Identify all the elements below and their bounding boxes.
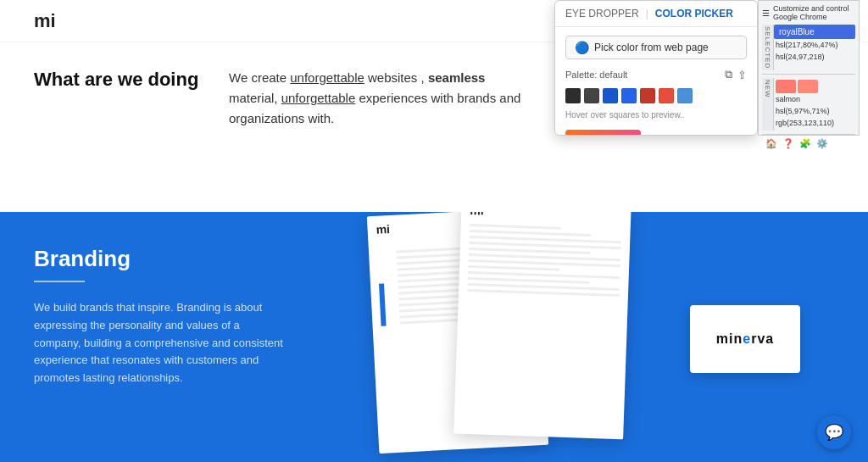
palette-label: Palette: default [565, 70, 627, 80]
doc-lines-2 [459, 224, 631, 298]
swatch-blue3[interactable] [677, 88, 693, 103]
pick-color-label: Pick color from web page [594, 42, 709, 53]
new-color-rgb: rgb(253,123,110) [774, 119, 855, 127]
branding-section: Branding We build brands that inspire. B… [0, 212, 322, 462]
chrome-new-section: New salmon hsl(5,97%,71%) rgb(253,123,11… [762, 78, 855, 131]
branding-visual: mi [322, 212, 868, 462]
chrome-bottom-icons: 🏠 ❓ 🧩 ⚙️ [762, 134, 855, 151]
palette-row: Palette: default ⧉ ⇧ [565, 68, 747, 81]
eyedropper-icon: 🔵 [575, 41, 589, 54]
new-swatch-1[interactable] [776, 80, 796, 93]
help-icon[interactable]: ❓ [782, 138, 794, 149]
palette-actions: ⧉ ⇧ [725, 68, 747, 81]
hover-hint: Hover over squares to preview.. [565, 110, 747, 120]
hero-text: We create unforgettable websites , seaml… [229, 68, 526, 129]
document-2: mi [453, 212, 632, 439]
hero-title: What are we doing [34, 68, 203, 92]
business-card: minerva [690, 305, 800, 373]
chat-bubble[interactable]: 💬 [817, 415, 851, 449]
branding-title: Branding [34, 246, 288, 272]
swatch-blue1[interactable] [603, 88, 618, 103]
swatch-red2[interactable] [659, 88, 674, 103]
unlock-label: Unlock [574, 133, 605, 136]
selected-colors: royalBlue hsl(217,80%,47%) hsl(24,97,218… [774, 25, 855, 70]
pick-color-button[interactable]: 🔵 Pick color from web page [565, 36, 747, 59]
new-colors: salmon hsl(5,97%,71%) rgb(253,123,110) [774, 78, 855, 131]
swatch-dark[interactable] [565, 88, 581, 103]
chrome-menu-icon[interactable]: ☰ [762, 8, 770, 18]
chrome-panel: ☰ Customize and control Google Chrome Se… [758, 0, 860, 136]
eyedropper-popup: EYE DROPPER | COLOR PICKER 🔵 Pick color … [554, 0, 758, 136]
swatches-row [565, 88, 747, 103]
new-swatch-2[interactable] [798, 80, 818, 93]
chrome-color-name: royalBlue [779, 27, 815, 36]
doc-line [467, 289, 620, 297]
bottom-section: Branding We build brands that inspire. B… [0, 212, 868, 462]
chrome-selected-section: Selected royalBlue hsl(217,80%,47%) hsl(… [762, 25, 855, 70]
new-color-hsl: hsl(5,97%,71%) [774, 107, 855, 115]
chrome-color-hsl1: hsl(217,80%,47%) [774, 41, 855, 49]
hero-left: What are we doing [34, 68, 203, 92]
tab-eyedropper[interactable]: EYE DROPPER [565, 8, 639, 19]
chrome-royalblue-box[interactable]: royalBlue [774, 25, 855, 39]
unlock-button[interactable]: Unlock PLUS [565, 130, 641, 136]
eyedropper-body: 🔵 Pick color from web page Palette: defa… [555, 27, 757, 136]
plus-label: PLUS [608, 133, 632, 136]
branding-text: We build brands that inspire. Branding i… [34, 299, 288, 387]
tab-colorpicker[interactable]: COLOR PICKER [655, 8, 733, 19]
copy-icon[interactable]: ⧉ [725, 68, 732, 81]
eyedropper-header: EYE DROPPER | COLOR PICKER [555, 1, 757, 27]
chrome-panel-title: Customize and control Google Chrome [773, 4, 855, 21]
doc-line [468, 265, 559, 271]
swatch-darkgray[interactable] [584, 88, 599, 103]
brand-blue-letter: e [743, 331, 751, 347]
chrome-panel-header: ☰ Customize and control Google Chrome [762, 4, 855, 21]
swatch-blue2[interactable] [621, 88, 637, 103]
selected-label: Selected [762, 25, 774, 70]
tab-divider: | [646, 8, 648, 19]
branding-divider [34, 281, 85, 282]
doc-blue-bar [379, 283, 387, 326]
popup-overlay: EYE DROPPER | COLOR PICKER 🔵 Pick color … [554, 0, 868, 136]
new-color-name: salmon [774, 95, 855, 103]
chrome-divider [762, 74, 855, 75]
new-label: New [762, 78, 774, 131]
swatch-red1[interactable] [640, 88, 655, 103]
chrome-color-hsl2: hsl(24,97,218) [774, 53, 855, 61]
documents-container: mi [322, 212, 868, 454]
home-icon[interactable]: 🏠 [765, 138, 777, 149]
settings-icon[interactable]: ⚙️ [816, 138, 828, 149]
logo[interactable]: mi [34, 10, 56, 32]
extensions-icon[interactable]: 🧩 [799, 138, 811, 149]
share-icon[interactable]: ⇧ [737, 69, 747, 81]
new-swatches [774, 78, 855, 95]
